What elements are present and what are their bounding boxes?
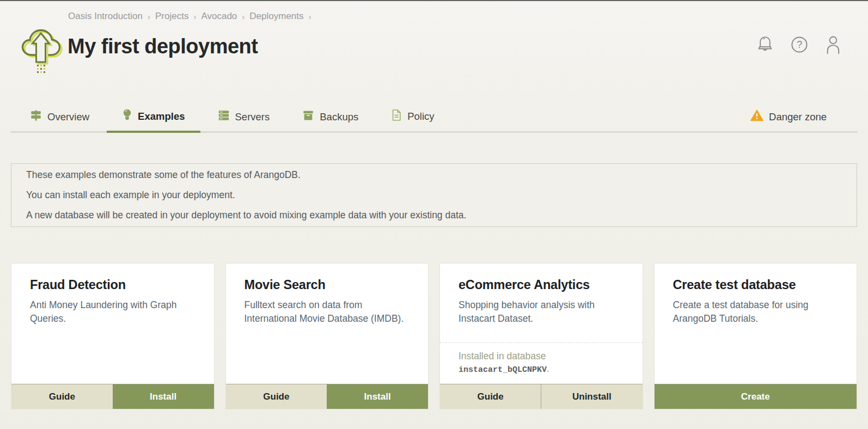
installed-label: Installed in database xyxy=(459,350,626,363)
card-create-test-database: Create test database Create a test datab… xyxy=(654,263,858,409)
bell-icon[interactable] xyxy=(756,35,774,57)
card-body: Movie Search Fulltext search on data fro… xyxy=(226,263,429,384)
tab-danger-zone[interactable]: Danger zone xyxy=(750,104,827,131)
example-cards: Fraud Detection Anti Money Laundering wi… xyxy=(11,263,857,409)
breadcrumb-separator: › xyxy=(242,12,244,21)
tabs-bar: Overview Examples Servers xyxy=(11,103,857,133)
card-body: Fraud Detection Anti Money Laundering wi… xyxy=(11,263,214,384)
notice-line: These examples demonstrate some of the f… xyxy=(26,165,842,185)
card-buttons: Guide Install xyxy=(226,384,429,409)
header-icons: ? xyxy=(756,35,841,57)
card-description: Shopping behavior analysis with Instacar… xyxy=(459,298,626,326)
install-button[interactable]: Install xyxy=(113,384,214,409)
lightbulb-icon xyxy=(122,108,132,124)
card-description: Create a test database for using ArangoD… xyxy=(673,298,841,326)
user-icon[interactable] xyxy=(825,35,841,57)
guide-button[interactable]: Guide xyxy=(226,384,327,409)
page-title: My first deployment xyxy=(68,35,258,58)
card-title: Movie Search xyxy=(244,278,412,292)
notice-line: You can install each example in your dep… xyxy=(26,185,842,205)
notice-line: A new database will be created in your d… xyxy=(26,205,842,225)
tab-label: Examples xyxy=(138,111,185,122)
deployment-cloud-upload-icon xyxy=(20,24,65,76)
breadcrumb-item-projects[interactable]: Projects xyxy=(155,11,188,22)
tab-policy[interactable]: Policy xyxy=(376,103,449,131)
breadcrumb: Oasis Introduction › Projects › Avocado … xyxy=(68,11,311,22)
installed-database-name: instacart_bQLCNPKV. xyxy=(459,363,626,377)
warning-triangle-icon xyxy=(750,109,763,124)
breadcrumb-item-avocado[interactable]: Avocado xyxy=(201,11,237,22)
installed-suffix: . xyxy=(547,364,549,374)
window-top-edge xyxy=(0,0,868,1)
card-movie-search: Movie Search Fulltext search on data fro… xyxy=(225,263,429,409)
create-button[interactable]: Create xyxy=(655,384,857,409)
card-title: Create test database xyxy=(673,278,841,292)
tab-examples[interactable]: Examples xyxy=(107,103,200,131)
card-body: Create test database Create a test datab… xyxy=(655,263,857,384)
document-icon xyxy=(391,109,402,124)
tab-label: Backups xyxy=(320,111,358,123)
card-ecommerce-analytics: eCommerce Analytics Shopping behavior an… xyxy=(439,263,643,409)
install-button[interactable]: Install xyxy=(327,384,428,409)
guide-button[interactable]: Guide xyxy=(11,384,113,409)
card-title: Fraud Detection xyxy=(30,278,198,292)
archive-box-icon xyxy=(302,109,314,124)
signpost-icon xyxy=(30,109,42,124)
card-title: eCommerce Analytics xyxy=(459,278,626,292)
tab-label: Servers xyxy=(235,111,270,123)
danger-zone-label: Danger zone xyxy=(769,111,827,123)
tab-overview[interactable]: Overview xyxy=(15,104,105,131)
card-buttons: Create xyxy=(655,384,857,409)
breadcrumb-item-oasis[interactable]: Oasis Introduction xyxy=(68,11,143,22)
card-buttons: Guide Uninstall xyxy=(440,384,643,409)
card-fraud-detection: Fraud Detection Anti Money Laundering wi… xyxy=(11,263,215,409)
tab-label: Overview xyxy=(47,111,89,123)
svg-text:?: ? xyxy=(797,39,802,50)
card-buttons: Guide Install xyxy=(11,384,214,409)
examples-notice: These examples demonstrate some of the f… xyxy=(11,163,857,227)
server-stack-icon xyxy=(218,109,230,124)
breadcrumb-separator: › xyxy=(148,12,150,21)
card-body: eCommerce Analytics Shopping behavior an… xyxy=(440,263,643,342)
card-description: Anti Money Laundering with Graph Queries… xyxy=(30,298,198,326)
uninstall-button[interactable]: Uninstall xyxy=(541,384,642,409)
breadcrumb-item-deployments[interactable]: Deployments xyxy=(249,11,303,22)
tab-label: Policy xyxy=(407,111,434,122)
guide-button[interactable]: Guide xyxy=(440,384,541,409)
installed-database-info: Installed in database instacart_bQLCNPKV… xyxy=(440,342,643,384)
tab-backups[interactable]: Backups xyxy=(287,104,374,131)
card-description: Fulltext search on data from Internation… xyxy=(244,298,412,326)
breadcrumb-separator: › xyxy=(309,12,311,21)
tab-servers[interactable]: Servers xyxy=(203,104,285,131)
breadcrumb-separator: › xyxy=(193,12,196,21)
question-circle-icon[interactable]: ? xyxy=(790,35,809,56)
